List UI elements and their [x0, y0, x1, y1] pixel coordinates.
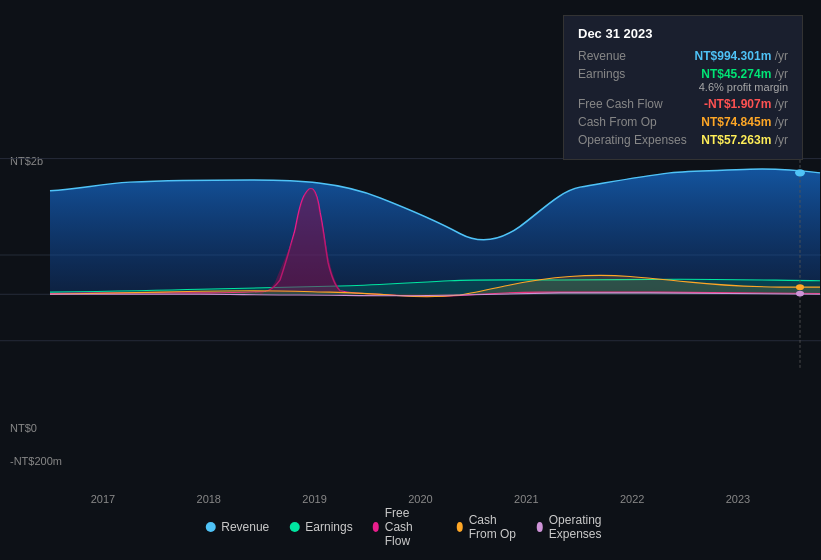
- x-label-2020: 2020: [408, 493, 432, 505]
- revenue-cursor-dot: [795, 169, 805, 176]
- tooltip-box: Dec 31 2023 Revenue NT$994.301m /yr Earn…: [563, 15, 803, 160]
- tooltip-label-revenue: Revenue: [578, 49, 688, 63]
- legend-item-revenue[interactable]: Revenue: [205, 520, 269, 534]
- opex-cursor-dot: [796, 291, 804, 297]
- y-label-bottom: -NT$200m: [10, 455, 62, 467]
- x-label-2021: 2021: [514, 493, 538, 505]
- legend-item-cashfromop[interactable]: Cash From Op: [457, 513, 517, 541]
- tooltip-profit-margin: 4.6% profit margin: [578, 81, 788, 93]
- tooltip-row-cashfromop: Cash From Op NT$74.845m /yr: [578, 113, 788, 131]
- tooltip-value-opex: NT$57.263m /yr: [701, 133, 788, 147]
- tooltip-label-opex: Operating Expenses: [578, 133, 688, 147]
- tooltip-row-fcf: Free Cash Flow -NT$1.907m /yr: [578, 95, 788, 113]
- x-label-2019: 2019: [302, 493, 326, 505]
- chart-svg: [0, 155, 821, 455]
- x-label-2017: 2017: [91, 493, 115, 505]
- x-label-2022: 2022: [620, 493, 644, 505]
- legend-label-earnings: Earnings: [305, 520, 352, 534]
- tooltip-label-fcf: Free Cash Flow: [578, 97, 688, 111]
- legend-item-fcf[interactable]: Free Cash Flow: [373, 506, 437, 548]
- tooltip-label-cashfromop: Cash From Op: [578, 115, 688, 129]
- legend-dot-earnings: [289, 522, 299, 532]
- x-labels: 2017 2018 2019 2020 2021 2022 2023: [0, 489, 821, 505]
- legend-label-revenue: Revenue: [221, 520, 269, 534]
- x-label-2023: 2023: [726, 493, 750, 505]
- legend-label-fcf: Free Cash Flow: [385, 506, 437, 548]
- legend-item-earnings[interactable]: Earnings: [289, 520, 352, 534]
- revenue-fill: [50, 169, 820, 294]
- tooltip-value-cashfromop: NT$74.845m /yr: [701, 115, 788, 129]
- legend-label-cashfromop: Cash From Op: [469, 513, 517, 541]
- chart-container: Dec 31 2023 Revenue NT$994.301m /yr Earn…: [0, 0, 821, 560]
- tooltip-row-opex: Operating Expenses NT$57.263m /yr: [578, 131, 788, 149]
- legend-dot-revenue: [205, 522, 215, 532]
- tooltip-date: Dec 31 2023: [578, 26, 788, 41]
- x-label-2018: 2018: [197, 493, 221, 505]
- tooltip-value-revenue: NT$994.301m /yr: [695, 49, 788, 63]
- tooltip-row-revenue: Revenue NT$994.301m /yr: [578, 47, 788, 65]
- legend-dot-cashfromop: [457, 522, 463, 532]
- tooltip-label-earnings: Earnings: [578, 67, 688, 81]
- tooltip-value-earnings: NT$45.274m /yr: [701, 67, 788, 81]
- legend-label-opex: Operating Expenses: [549, 513, 616, 541]
- legend-dot-opex: [537, 522, 543, 532]
- legend-dot-fcf: [373, 522, 379, 532]
- cashfromop-cursor-dot: [796, 284, 804, 290]
- legend-item-opex[interactable]: Operating Expenses: [537, 513, 616, 541]
- tooltip-value-fcf: -NT$1.907m /yr: [704, 97, 788, 111]
- legend: Revenue Earnings Free Cash Flow Cash Fro…: [205, 506, 616, 548]
